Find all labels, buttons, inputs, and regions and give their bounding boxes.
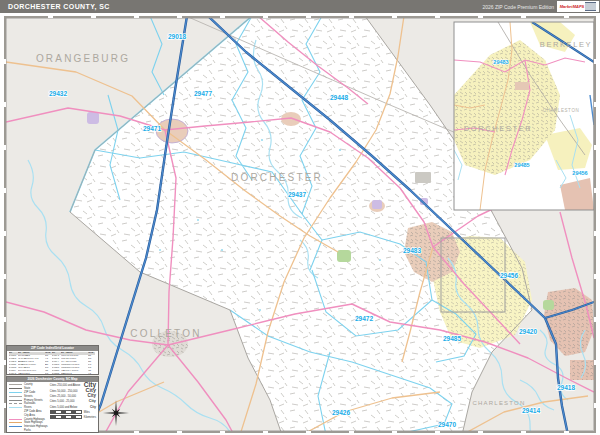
county-label-charleston: CHARLESTON xyxy=(473,400,526,406)
zip-label-29418: 29418 xyxy=(557,384,575,391)
frame-tick xyxy=(521,431,526,433)
frame-tick xyxy=(349,16,354,18)
page-title: DORCHESTER COUNTY, SC xyxy=(8,3,110,10)
frame-tick xyxy=(594,317,596,322)
legend-symbol-list: CountyStateZIP CodeStreetsPrimary Street… xyxy=(9,383,48,432)
inset-map xyxy=(454,22,594,210)
frame-tick xyxy=(306,431,311,433)
frame-tick xyxy=(594,231,596,236)
frame-tick xyxy=(4,317,6,322)
frame-tick xyxy=(564,431,569,433)
park-area-2 xyxy=(543,300,554,310)
logo-tagline-block xyxy=(585,2,596,11)
zip-label-29456-inset: 29456 xyxy=(572,170,587,176)
county-symbol xyxy=(9,384,22,385)
zip-label-29483-inset: 29483 xyxy=(493,59,508,65)
zip-label-29414: 29414 xyxy=(522,407,540,414)
logo-brand-text: MarketMAPS xyxy=(560,5,584,9)
county-label-dorchester-inset: DORCHESTER xyxy=(464,124,533,133)
frame-tick xyxy=(177,431,182,433)
zip-label-29472: 29472 xyxy=(355,315,373,322)
frame-tick xyxy=(48,16,53,18)
frame-tick xyxy=(134,431,139,433)
county-label-colleton: COLLETON xyxy=(130,328,201,339)
frame-tick xyxy=(594,188,596,193)
zip-label-29483: 29483 xyxy=(403,247,421,254)
miles-label: Miles xyxy=(84,411,90,414)
sthwy-symbol xyxy=(9,422,22,423)
marketmaps-logo: MarketMAPS xyxy=(557,1,599,12)
zip-label-29018: 29018 xyxy=(168,33,186,40)
frame-tick xyxy=(4,274,6,279)
km-label: Kilometers xyxy=(84,416,96,419)
frame-tick xyxy=(4,188,6,193)
frame-tick xyxy=(594,145,596,150)
inset-summerville-core xyxy=(515,82,529,90)
municipal-area-2 xyxy=(372,200,382,209)
frame-tick xyxy=(4,102,6,107)
frame-tick xyxy=(220,431,225,433)
park-area xyxy=(337,250,351,262)
frame-tick xyxy=(435,16,440,18)
zip-label-29456: 29456 xyxy=(500,272,518,279)
legend-item-park: Parks xyxy=(9,429,48,433)
zip-label-29448: 29448 xyxy=(330,94,348,101)
zip-index-table: ZIPZIP NameGridZIPZIP NameGrid29018BOWMA… xyxy=(7,351,98,377)
frame-tick xyxy=(349,431,354,433)
state-symbol xyxy=(9,388,22,389)
frame-tick xyxy=(594,360,596,365)
frame-tick xyxy=(220,16,225,18)
inthwy-symbol xyxy=(9,426,22,427)
zip-label-29426: 29426 xyxy=(332,409,350,416)
county-label-orangeburg: ORANGEBURG xyxy=(36,53,130,64)
frame-tick xyxy=(177,16,182,18)
edition-label: 2026 ZIP Code Premium Edition xyxy=(482,4,554,10)
frame-tick xyxy=(392,16,397,18)
cohwy-symbol xyxy=(9,419,22,420)
frame-tick xyxy=(521,16,526,18)
zip-label-29470: 29470 xyxy=(438,421,456,428)
km-bar xyxy=(50,415,82,419)
miles-bar xyxy=(50,410,82,414)
frame-tick xyxy=(4,231,6,236)
zip-label-29477: 29477 xyxy=(194,90,212,97)
streets-symbol xyxy=(9,396,22,397)
legend-city-sizes: Cities 250,000 and AboveCityCities 50,00… xyxy=(50,383,96,432)
frame-tick xyxy=(594,274,596,279)
zip-label-29485-inset: 29485 xyxy=(514,162,529,168)
county-label-dorchester: DORCHESTER xyxy=(231,172,323,183)
zip-label-29471: 29471 xyxy=(143,125,161,132)
frame-tick xyxy=(594,102,596,107)
municipal-area-1 xyxy=(87,112,99,124)
map-sheet: DORCHESTER COUNTY, SC 2026 ZIP Code Prem… xyxy=(0,0,600,435)
scale-bar-km: Kilometers xyxy=(50,415,96,420)
zip-label-29432: 29432 xyxy=(49,90,67,97)
frame-tick xyxy=(478,431,483,433)
frame-tick xyxy=(478,16,483,18)
county-label-charleston-inset: CHARLESTON xyxy=(543,108,580,113)
river-symbol xyxy=(9,407,22,408)
reserve-area xyxy=(415,172,431,183)
zip-index-panel: ZIP Code Index/Grid Locator ZIPZIP NameG… xyxy=(6,345,99,375)
frame-tick xyxy=(564,16,569,18)
frame-tick xyxy=(91,16,96,18)
frame-tick xyxy=(4,59,6,64)
frame-tick xyxy=(392,431,397,433)
frame-tick xyxy=(594,403,596,408)
frame-tick xyxy=(594,59,596,64)
primary-symbol xyxy=(9,400,22,401)
zip-label-29420: 29420 xyxy=(519,328,537,335)
frame-tick xyxy=(134,16,139,18)
frame-tick xyxy=(435,431,440,433)
county-label-berkeley-inset: BERKELEY xyxy=(540,40,592,49)
rail-symbol xyxy=(9,403,22,404)
frame-tick xyxy=(263,16,268,18)
zip-symbol xyxy=(9,392,22,393)
frame-tick xyxy=(306,16,311,18)
legend-panel: 2026 Dorchester County, SC Map CountySta… xyxy=(6,376,99,433)
header-bar: DORCHESTER COUNTY, SC 2026 ZIP Code Prem… xyxy=(0,0,600,13)
frame-tick xyxy=(4,145,6,150)
zip-label-29437: 29437 xyxy=(288,191,306,198)
zip-label-29485: 29485 xyxy=(443,335,461,342)
frame-tick xyxy=(263,431,268,433)
